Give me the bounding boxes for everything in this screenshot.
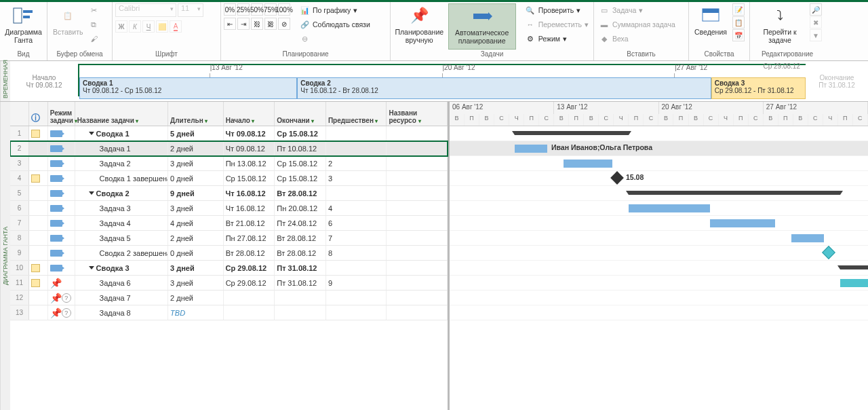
bgcolor-button[interactable]: 🟨 <box>156 20 168 33</box>
cell[interactable]: Вт 28.08.12 <box>275 186 326 200</box>
cell[interactable] <box>48 246 75 260</box>
cell[interactable] <box>29 305 48 320</box>
cell[interactable]: 1 <box>10 126 29 141</box>
inactivate-button[interactable]: ⊖ <box>297 32 372 45</box>
cell[interactable]: 5 дней <box>168 126 224 141</box>
underline-button[interactable]: Ч <box>142 20 155 33</box>
cell[interactable] <box>275 291 326 305</box>
cell[interactable]: 7 <box>10 216 29 230</box>
gantt-row[interactable] <box>450 126 868 141</box>
cell[interactable]: Чт 09.08.12 <box>224 126 275 141</box>
cell[interactable] <box>29 261 48 275</box>
cell[interactable] <box>224 291 275 305</box>
cell[interactable]: 11 <box>10 276 29 290</box>
table-row[interactable]: 5Сводка 29 днейЧт 16.08.12Вт 28.08.12 <box>10 186 448 201</box>
cell[interactable]: TBD <box>168 305 224 320</box>
gantt-task-bar[interactable] <box>515 145 547 153</box>
table-row[interactable]: 8Задача 52 днейПн 27.08.12Вт 28.08.127 <box>10 231 448 246</box>
cell[interactable]: 📌? <box>48 305 75 320</box>
cell[interactable]: Сводка 3 <box>75 261 168 275</box>
inspect-button[interactable]: 🔍Проверить ▾ <box>523 3 591 17</box>
scroll-to-task-button[interactable]: ⤵ Перейти к задаче <box>753 3 807 50</box>
table-row[interactable]: 9Сводка 2 завершена0 днейВт 28.08.12Вт 2… <box>10 246 448 261</box>
task-grid[interactable]: ⓘРежимзадачи▾Название задачи▾Длительн▾На… <box>10 102 450 410</box>
cell[interactable]: 6 <box>10 201 29 215</box>
link-button[interactable]: ⛓ <box>251 18 263 30</box>
cell[interactable]: Вт 28.08.12 <box>275 246 326 260</box>
cell[interactable] <box>29 246 48 260</box>
gantt-row[interactable] <box>450 201 868 216</box>
gantt-row[interactable] <box>450 156 868 171</box>
gantt-view-button[interactable]: Диаграмма Ганта <box>3 3 44 50</box>
cell[interactable]: 3 <box>10 156 29 170</box>
cell[interactable]: Вт 21.08.12 <box>224 216 275 230</box>
cell[interactable]: Задача 5 <box>75 231 168 245</box>
collapse-icon[interactable] <box>89 132 94 135</box>
copy-button[interactable]: ⧉ <box>89 18 100 31</box>
pct-50[interactable]: 50% <box>251 3 263 16</box>
gantt-row[interactable] <box>450 291 868 305</box>
gantt-row[interactable]: Иван Иванов;Ольга Петрова <box>450 141 868 156</box>
cell[interactable] <box>326 126 387 141</box>
column-header[interactable]: Названиресурсо▾ <box>387 102 448 126</box>
cell[interactable] <box>48 171 75 185</box>
cell[interactable]: 3 дней <box>168 156 224 170</box>
move-button[interactable]: ↔Переместить ▾ <box>523 18 591 31</box>
table-row[interactable]: 2Задача 12 днейЧт 09.08.12Пт 10.08.12 <box>10 141 448 156</box>
gantt-task-bar[interactable] <box>840 279 868 287</box>
cell[interactable] <box>387 186 448 200</box>
gantt-row[interactable] <box>450 276 868 291</box>
cell[interactable]: Сводка 1 завершена <box>75 171 168 185</box>
cell[interactable]: 3 дней <box>168 276 224 290</box>
gantt-task-bar[interactable] <box>564 160 612 168</box>
cell[interactable]: Пн 27.08.12 <box>224 231 275 245</box>
gantt-row[interactable] <box>450 246 868 261</box>
task-insert-button[interactable]: ▭Задача ▾ <box>597 3 686 17</box>
column-header[interactable]: Длительн▾ <box>168 102 224 126</box>
font-size-combo[interactable]: 11 <box>178 3 203 17</box>
cell[interactable] <box>224 305 275 320</box>
mark-on-track-button[interactable]: 📊По графику ▾ <box>297 3 372 17</box>
italic-button[interactable]: К <box>129 20 141 33</box>
table-row[interactable]: 3Задача 23 днейПн 13.08.12Ср 15.08.122 <box>10 156 448 171</box>
fontcolor-button[interactable]: A <box>170 20 182 33</box>
table-row[interactable]: 13📌?Задача 8TBD <box>10 305 448 320</box>
cell[interactable]: Задача 2 <box>75 156 168 170</box>
collapse-icon[interactable] <box>89 266 94 269</box>
timeline-button[interactable]: 📅 <box>732 29 745 41</box>
cell[interactable]: 6 <box>326 216 387 230</box>
cell[interactable]: Пт 31.08.12 <box>275 276 326 290</box>
bold-button[interactable]: Ж <box>115 20 127 33</box>
cell[interactable]: 4 <box>10 171 29 185</box>
paste-button[interactable]: 📋 Вставить <box>50 3 86 50</box>
gantt-summary-bar[interactable] <box>840 265 868 269</box>
milestone-insert-button[interactable]: ◆Веха <box>597 32 686 45</box>
gantt-row[interactable] <box>450 231 868 246</box>
cell[interactable]: Пн 13.08.12 <box>224 156 275 170</box>
column-header[interactable] <box>10 102 29 126</box>
cell[interactable]: Вт 28.08.12 <box>224 246 275 260</box>
cell[interactable]: Ср 29.08.12 <box>224 276 275 290</box>
column-header[interactable]: Начало▾ <box>224 102 275 126</box>
manual-schedule-button[interactable]: 📌 Планирование вручную <box>393 3 446 50</box>
cell[interactable] <box>326 305 387 320</box>
format-painter-button[interactable]: 🖌 <box>89 32 100 45</box>
unlink-button[interactable]: ⛓̸ <box>264 18 277 30</box>
cell[interactable] <box>29 231 48 245</box>
column-header[interactable]: Режимзадачи▾ <box>48 102 75 126</box>
cell[interactable]: 0 дней <box>168 246 224 260</box>
gantt-row[interactable] <box>450 186 868 201</box>
cell[interactable] <box>326 141 387 155</box>
cell[interactable]: Задача 6 <box>75 276 168 290</box>
column-header[interactable]: ⓘ <box>29 102 48 126</box>
cell[interactable] <box>29 156 48 170</box>
cell[interactable] <box>387 246 448 260</box>
cell[interactable] <box>29 141 48 155</box>
cell[interactable] <box>29 276 48 290</box>
cell[interactable]: Чт 16.08.12 <box>224 201 275 215</box>
cut-button[interactable]: ✂ <box>89 3 100 17</box>
gantt-task-bar[interactable] <box>710 219 775 227</box>
details-button[interactable]: 📋 <box>732 16 745 29</box>
cell[interactable]: 2 дней <box>168 231 224 245</box>
cell[interactable] <box>48 261 75 275</box>
